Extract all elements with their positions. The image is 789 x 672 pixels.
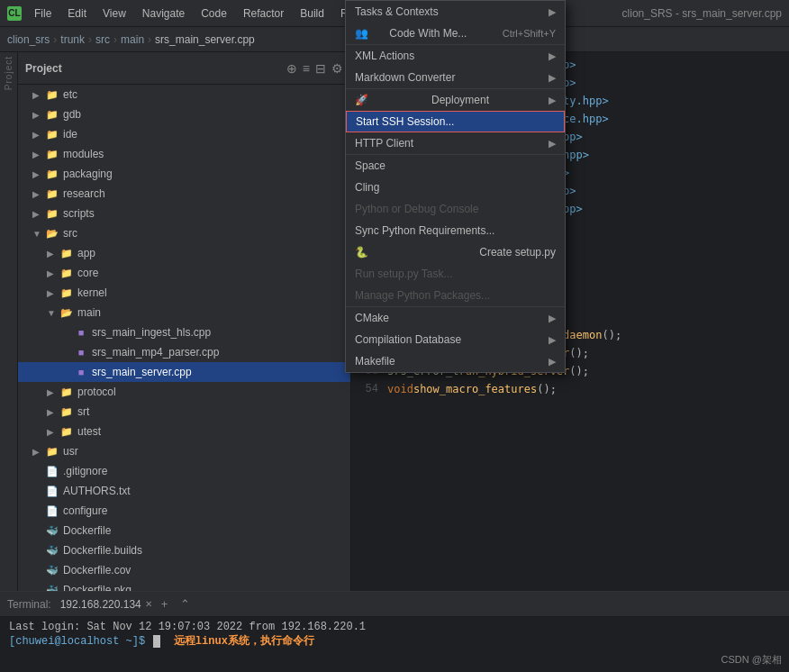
dockerfile-icon: 🐳 bbox=[45, 583, 59, 591]
tree-item[interactable]: ▶ 📁 srt bbox=[18, 402, 350, 422]
terminal-ip: 192.168.220.134 bbox=[60, 598, 141, 611]
cpp-file-icon: ■ bbox=[74, 325, 88, 340]
folder-icon: 📁 bbox=[45, 186, 59, 201]
menu-item-httpclient[interactable]: HTTP Client ▶ bbox=[346, 132, 565, 154]
terminal-body: Last login: Sat Nov 12 19:07:03 2022 fro… bbox=[0, 617, 789, 652]
dockerfile-icon: 🐳 bbox=[45, 523, 59, 538]
menu-item-managepkg: Manage Python Packages... bbox=[346, 285, 565, 306]
tree-label: src bbox=[63, 227, 77, 240]
tree-item[interactable]: ▶ 📁 etc bbox=[18, 85, 350, 104]
menu-item-syncpython[interactable]: Sync Python Requirements... bbox=[346, 220, 565, 241]
sidebar-sort-icon[interactable]: ⊟ bbox=[315, 61, 326, 76]
tree-label: Dockerfile.cov bbox=[63, 564, 131, 577]
menu-view[interactable]: View bbox=[95, 5, 133, 22]
menu-item-runsetup: Run setup.py Task... bbox=[346, 263, 565, 285]
tree-label: srt bbox=[77, 405, 89, 418]
breadcrumb-file[interactable]: srs_main_server.cpp bbox=[155, 33, 255, 46]
app-icon: CL bbox=[7, 6, 22, 21]
tree-label: research bbox=[63, 187, 105, 200]
tree-item[interactable]: ▶ 📁 modules bbox=[18, 144, 350, 164]
folder-icon: 📁 bbox=[59, 286, 74, 300]
tree-label: Dockerfile.pkg bbox=[63, 584, 132, 591]
project-tab-label[interactable]: Project bbox=[4, 56, 14, 90]
breadcrumb-main[interactable]: main bbox=[121, 33, 144, 46]
menu-edit[interactable]: Edit bbox=[60, 5, 94, 22]
terminal-ip-tab[interactable]: 192.168.220.134 ✕ bbox=[60, 598, 152, 611]
tree-item[interactable]: ▶ 📁 core bbox=[18, 263, 350, 283]
tree-item-main[interactable]: ▼ 📂 main bbox=[18, 303, 350, 322]
terminal-label: Terminal: bbox=[7, 598, 51, 611]
menu-item-xml[interactable]: XML Actions ▶ bbox=[346, 45, 565, 67]
tree-item[interactable]: ■ srs_main_mp4_parser.cpp bbox=[18, 342, 350, 362]
sidebar-collapse-icon[interactable]: ≡ bbox=[303, 61, 310, 76]
menu-file[interactable]: File bbox=[27, 5, 59, 22]
tree-item[interactable]: ▶ 📁 utest bbox=[18, 422, 350, 441]
menu-item-markdown[interactable]: Markdown Converter ▶ bbox=[346, 67, 565, 88]
sidebar-settings-icon[interactable]: ⚙ bbox=[331, 61, 343, 76]
tree-item[interactable]: ▶ 📁 ide bbox=[18, 124, 350, 144]
tree-item[interactable]: ▶ 📁 app bbox=[18, 243, 350, 263]
menu-navigate[interactable]: Navigate bbox=[135, 5, 192, 22]
menu-refactor[interactable]: Refactor bbox=[236, 5, 291, 22]
arrow-icon: ▶ bbox=[549, 313, 556, 324]
folder-icon: 📁 bbox=[59, 404, 74, 419]
tree-item[interactable]: ▶ 📁 scripts bbox=[18, 204, 350, 223]
menu-item-pydebug: Python or Debug Console bbox=[346, 198, 565, 220]
sidebar: Project ⊕ ≡ ⊟ ⚙ ▶ 📁 etc ▶ 📁 gdb ▶ 📁 ide … bbox=[18, 52, 351, 591]
folder-icon: 📁 bbox=[45, 127, 59, 141]
tree-item[interactable]: 📄 AUTHORS.txt bbox=[18, 481, 350, 501]
tree-label: srs_main_mp4_parser.cpp bbox=[92, 346, 219, 359]
menu-item-space[interactable]: Space bbox=[346, 155, 565, 177]
menu-item-codewith[interactable]: 👥 Code With Me... Ctrl+Shift+Y bbox=[346, 23, 565, 44]
tree-item[interactable]: 📄 configure bbox=[18, 501, 350, 521]
dockerfile-icon: 🐳 bbox=[45, 563, 59, 577]
tree-item[interactable]: 🐳 Dockerfile bbox=[18, 521, 350, 540]
menu-item-cmake[interactable]: CMake ▶ bbox=[346, 307, 565, 329]
menu-item-deployment[interactable]: 🚀 Deployment ▶ bbox=[346, 89, 565, 111]
arrow-icon: ▶ bbox=[549, 138, 556, 150]
breadcrumb-project[interactable]: clion_srs bbox=[7, 33, 50, 46]
folder-icon: 📁 bbox=[59, 266, 74, 280]
tree-item[interactable]: ▶ 📁 usr bbox=[18, 441, 350, 461]
tree-item[interactable]: ▶ 📁 packaging bbox=[18, 164, 350, 184]
terminal-login-line: Last login: Sat Nov 12 19:07:03 2022 fro… bbox=[9, 621, 780, 633]
sidebar-title: Project bbox=[25, 62, 281, 75]
tree-item[interactable]: 🐳 Dockerfile.pkg bbox=[18, 580, 350, 591]
terminal-prompt: [chuwei@localhost ~]$ bbox=[9, 635, 145, 648]
text-file-icon: 📄 bbox=[45, 484, 59, 498]
codewith-shortcut: Ctrl+Shift+Y bbox=[503, 28, 556, 39]
tree-item[interactable]: 📄 .gitignore bbox=[18, 461, 350, 481]
menu-item-cling[interactable]: Cling bbox=[346, 177, 565, 198]
tasks-label: Tasks & Contexts bbox=[355, 5, 439, 18]
menu-item-tasks[interactable]: Tasks & Contexts ▶ bbox=[346, 1, 565, 23]
tree-item-src[interactable]: ▼ 📂 src bbox=[18, 223, 350, 243]
sidebar-add-icon[interactable]: ⊕ bbox=[286, 61, 297, 76]
tree-item[interactable]: ▶ 📁 protocol bbox=[18, 382, 350, 402]
tree-item-selected[interactable]: ■ srs_main_server.cpp bbox=[18, 362, 350, 382]
folder-icon: 📁 bbox=[45, 444, 59, 459]
breadcrumb-trunk[interactable]: trunk bbox=[60, 33, 85, 46]
tree-label: ide bbox=[63, 128, 77, 141]
tree-item[interactable]: ▶ 📁 kernel bbox=[18, 283, 350, 303]
tree-item[interactable]: ■ srs_main_ingest_hls.cpp bbox=[18, 322, 350, 342]
menu-section-2: XML Actions ▶ Markdown Converter ▶ bbox=[346, 45, 565, 89]
tree-item-research[interactable]: ▶ 📁 research bbox=[18, 184, 350, 204]
menu-item-ssh[interactable]: Start SSH Session... bbox=[346, 111, 565, 132]
tree-item[interactable]: 🐳 Dockerfile.builds bbox=[18, 540, 350, 560]
tree-item[interactable]: ▶ 📁 gdb bbox=[18, 104, 350, 124]
terminal-add-tab[interactable]: + bbox=[158, 597, 172, 611]
menu-code[interactable]: Code bbox=[194, 5, 234, 22]
tree-item[interactable]: 🐳 Dockerfile.cov bbox=[18, 560, 350, 580]
terminal-close-icon[interactable]: ✕ bbox=[145, 599, 152, 609]
menu-item-compdb[interactable]: Compilation Database ▶ bbox=[346, 329, 565, 350]
menu-item-makefile[interactable]: Makefile ▶ bbox=[346, 350, 565, 372]
pydebug-label: Python or Debug Console bbox=[355, 203, 478, 215]
breadcrumb-src[interactable]: src bbox=[95, 33, 110, 46]
tree-label: srs_main_server.cpp bbox=[92, 366, 192, 378]
menu-section-5: CMake ▶ Compilation Database ▶ Makefile … bbox=[346, 307, 565, 372]
menu-build[interactable]: Build bbox=[293, 5, 331, 22]
terminal-arrows[interactable]: ⌃ bbox=[180, 597, 190, 611]
menu-item-createsetup[interactable]: 🐍 Create setup.py bbox=[346, 241, 565, 263]
tree-label: AUTHORS.txt bbox=[63, 485, 131, 497]
folder-icon: 📁 bbox=[45, 206, 59, 221]
